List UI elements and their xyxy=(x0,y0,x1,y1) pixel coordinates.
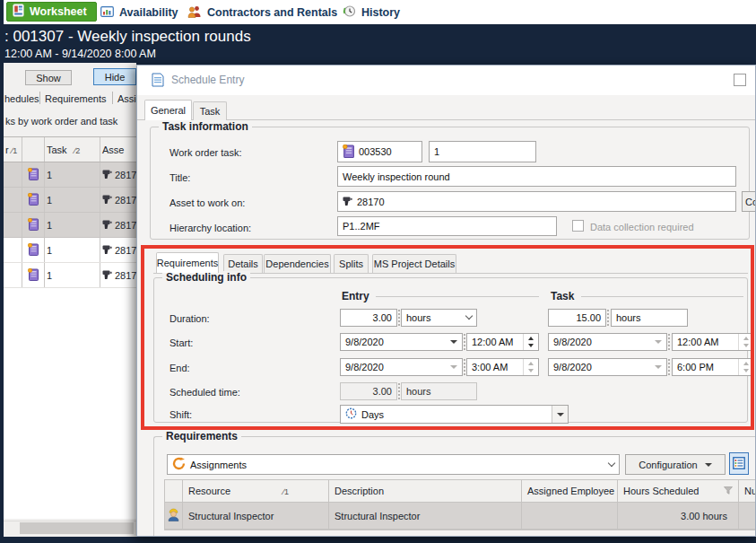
task-row[interactable]: 1 2817 xyxy=(4,213,136,238)
column-header-number[interactable]: Nu xyxy=(739,480,756,502)
task-row[interactable]: 1 2817 xyxy=(4,162,136,188)
dialog-tab-general[interactable]: General xyxy=(144,100,192,120)
task-row[interactable]: 1 2817 xyxy=(4,263,136,288)
scheduled-time-field: 3.00 xyxy=(340,382,397,400)
requirements-legend: Requirements xyxy=(162,430,241,443)
tab-availability-label: Availability xyxy=(119,6,178,19)
panel-tab-assignments[interactable]: Assig xyxy=(117,92,136,105)
panel-tab-requirements[interactable]: Requirements xyxy=(45,92,106,105)
work-order-task-number-field[interactable]: 1 xyxy=(429,141,536,162)
detail-tab-requirements[interactable]: Requirements xyxy=(156,252,219,273)
app-window: Worksheet Availability Contractors and R… xyxy=(0,0,756,543)
detail-tab-ms-project-details[interactable]: MS Project Details xyxy=(372,254,456,273)
filter-icon[interactable] xyxy=(724,486,733,496)
column-header-icon[interactable] xyxy=(165,480,183,502)
chevron-down-icon xyxy=(608,459,615,466)
title-field[interactable]: Weekly inspection round xyxy=(337,166,736,187)
duration-label: Duration: xyxy=(169,312,210,325)
detail-tab-dependencies[interactable]: Dependencies xyxy=(264,254,331,273)
hierarchy-location-field[interactable]: P1..2MF xyxy=(337,216,557,236)
asset-field[interactable]: 28170 xyxy=(337,191,736,212)
field-separator xyxy=(668,334,670,350)
task-duration-field[interactable]: 15.00 xyxy=(548,309,606,327)
shift-combo[interactable]: Days xyxy=(340,405,569,424)
hierarchy-location-label: Hierarchy location: xyxy=(169,222,251,234)
workorder-title: : 001307 - Weekly inspection rounds xyxy=(4,26,756,47)
workorder-doc-icon xyxy=(28,168,39,182)
background-panel: Show Hide hedules Requirements Assig ks … xyxy=(4,63,136,537)
column-header-resource[interactable]: Resource ∕1 xyxy=(183,480,329,502)
column-header-assigned-employee[interactable]: Assigned Employee xyxy=(522,480,618,502)
tab-availability[interactable]: Availability xyxy=(100,3,178,22)
entry-duration-input[interactable]: 3.00 xyxy=(340,309,397,327)
dropdown-button[interactable] xyxy=(552,406,568,423)
column-header-description[interactable]: Description xyxy=(329,480,522,502)
data-collection-checkbox[interactable] xyxy=(572,220,584,232)
scheduled-time-label: Scheduled time: xyxy=(169,386,240,398)
column-header-asset[interactable]: Asse xyxy=(100,137,136,162)
work-order-task-label: Work order task: xyxy=(169,146,242,159)
panel-tab-schedules[interactable]: hedules xyxy=(4,92,39,105)
workorder-doc-icon xyxy=(28,218,39,232)
tab-history[interactable]: History xyxy=(343,3,400,22)
column-header-hours-scheduled[interactable]: Hours Scheduled xyxy=(618,480,739,502)
entry-end-time-spinner[interactable]: 3:00 AM xyxy=(466,358,539,376)
entry-start-date-picker[interactable]: 9/8/2020 xyxy=(340,333,463,351)
configuration-button[interactable]: Configuration xyxy=(625,454,726,475)
detail-tab-details[interactable]: Details xyxy=(223,254,263,273)
asset-icon xyxy=(102,194,112,206)
task-duration-unit-field[interactable]: hours xyxy=(611,309,688,327)
tab-history-label: History xyxy=(361,6,400,19)
task-row[interactable]: 1 2817 xyxy=(4,238,136,263)
spinner-icon[interactable] xyxy=(523,334,534,350)
tab-separator xyxy=(112,92,113,104)
work-order-task-field[interactable]: 003530 xyxy=(337,141,422,162)
requirements-grid: Resource ∕1 Description Assigned Employe… xyxy=(164,479,756,530)
workorder-header: : 001307 - Weekly inspection rounds 12:0… xyxy=(0,24,756,63)
column-header-icon[interactable] xyxy=(22,137,45,162)
field-separator xyxy=(607,310,609,326)
task-row[interactable]: 1 2817 xyxy=(4,188,136,213)
task-start-time-spinner[interactable]: 12:00 AM xyxy=(672,333,754,351)
scheduled-time-unit-field: hours xyxy=(401,382,477,400)
dialog-title: Schedule Entry xyxy=(171,74,244,86)
task-end-date-picker[interactable]: 9/8/2020 xyxy=(548,358,667,376)
shift-clock-icon xyxy=(345,407,357,421)
entry-start-time-spinner[interactable]: 12:00 AM xyxy=(466,333,539,351)
task-start-date-picker[interactable]: 9/8/2020 xyxy=(548,333,667,351)
column-header-task[interactable]: Task ∕2 xyxy=(45,137,100,162)
tab-contractors-rentals-label: Contractors and Rentals xyxy=(207,6,337,19)
requirements-type-combo[interactable]: Assignments xyxy=(167,454,620,475)
requirement-row[interactable]: Structural Inspector Structural Inspecto… xyxy=(165,503,756,530)
field-separator xyxy=(398,383,400,399)
tab-contractors-rentals[interactable]: Contractors and Rentals xyxy=(187,3,337,22)
asset-icon xyxy=(102,169,112,181)
availability-icon xyxy=(100,6,114,20)
spinner-icon xyxy=(523,359,534,375)
view-list-button[interactable] xyxy=(729,452,749,475)
task-information-legend: Task information xyxy=(159,120,252,134)
maximize-button[interactable] xyxy=(734,74,746,86)
hide-button[interactable]: Hide xyxy=(93,68,136,85)
dropdown-arrow-icon[interactable] xyxy=(450,340,457,344)
dialog-tab-task[interactable]: Task xyxy=(193,101,227,120)
components-button[interactable]: Con xyxy=(742,191,756,212)
dropdown-arrow-icon xyxy=(557,413,564,416)
field-separator xyxy=(668,359,670,375)
scrollbar-thumb[interactable] xyxy=(20,522,134,534)
dialog-titlebar[interactable]: Schedule Entry xyxy=(137,66,755,95)
detail-tab-splits[interactable]: Splits xyxy=(334,254,369,273)
horizontal-scrollbar[interactable] xyxy=(4,521,136,535)
workorder-doc-icon xyxy=(28,193,39,207)
tab-worksheet[interactable]: Worksheet xyxy=(6,2,97,22)
column-header-order[interactable]: r ∕1 xyxy=(4,137,22,162)
task-list-header: r ∕1 Task ∕2 Asse xyxy=(4,137,136,162)
history-icon xyxy=(343,4,356,21)
workorder-doc-icon xyxy=(28,268,39,283)
assignments-icon xyxy=(172,457,186,472)
requirements-grid-header: Resource ∕1 Description Assigned Employe… xyxy=(165,480,756,503)
entry-duration-unit-combo[interactable]: hours xyxy=(401,309,477,327)
entry-end-date-picker[interactable]: 9/8/2020 xyxy=(340,358,463,376)
task-end-time-spinner[interactable]: 6:00 PM xyxy=(672,358,754,376)
show-button[interactable]: Show xyxy=(25,70,72,85)
